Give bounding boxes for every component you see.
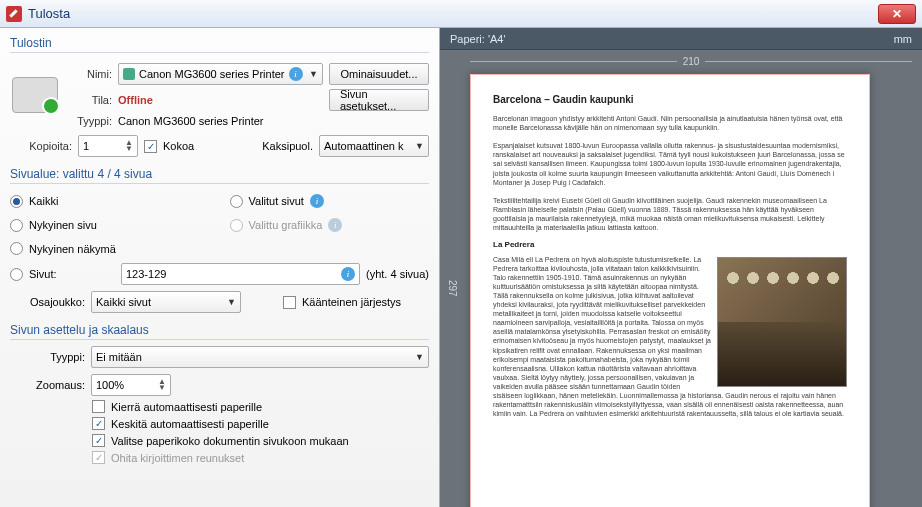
ignore-margins-label: Ohita kirjoittimen reunukset [111,452,244,464]
range-current-view-radio[interactable] [10,242,23,255]
info-icon[interactable]: i [341,267,355,281]
range-selected-pages-radio[interactable] [230,195,243,208]
duplex-label: Kaksipuol. [262,140,313,152]
spinner-arrows-icon[interactable]: ▲▼ [125,140,133,152]
type-value: Canon MG3600 series Printer [118,115,264,127]
range-current-page-label: Nykyinen sivu [29,219,97,231]
doc-p3: Tekstiilitehtailija kreivi Eusebi Güell … [493,196,847,232]
scaling-type-dropdown[interactable]: Ei mitään ▼ [91,346,429,368]
choose-paper-label: Valitse paperikoko dokumentin sivukoon m… [111,435,349,447]
scaling-section-title: Sivun asettelu ja skaalaus [10,323,429,340]
range-current-view-label: Nykyinen näkymä [29,243,116,255]
range-current-page-radio[interactable] [10,219,23,232]
printer-icon [12,77,58,113]
type-label: Tyyppi: [68,115,112,127]
auto-rotate-checkbox[interactable] [92,400,105,413]
range-section-title: Sivualue: valittu 4 / 4 sivua [10,167,429,184]
range-all-radio[interactable] [10,195,23,208]
choose-paper-checkbox[interactable] [92,434,105,447]
range-pages-value: 123-129 [126,268,166,280]
doc-h2: La Pedrera [493,240,847,250]
paper-label: Paperi: 'A4' [450,33,506,45]
mm-label: mm [894,33,912,45]
range-selected-graphic-label: Valittu grafiikka [249,219,323,231]
copies-spinner[interactable]: 1 ▲▼ [78,135,138,157]
range-pages-radio[interactable] [10,268,23,281]
zoom-value: 100% [96,379,124,391]
collate-checkbox[interactable] [144,140,157,153]
printer-name-dropdown[interactable]: Canon MG3600 series Printer i ▼ [118,63,323,85]
reverse-label: Käänteinen järjestys [302,296,401,308]
status-value: Offline [118,94,323,106]
copies-label: Kopioita: [10,140,72,152]
app-icon [6,6,22,22]
auto-rotate-label: Kierrä automaattisesti paperille [111,401,262,413]
reverse-checkbox[interactable] [283,296,296,309]
range-selected-pages-label: Valitut sivut [249,195,304,207]
info-icon: i [328,218,342,232]
window-title: Tulosta [28,6,70,21]
zoom-label: Zoomaus: [10,379,85,391]
subset-value: Kaikki sivut [96,296,151,308]
chevron-down-icon: ▼ [223,297,236,307]
spinner-arrows-icon[interactable]: ▲▼ [158,379,166,391]
preview-area: 210 297 Barcelona – Gaudin kaupunki Barc… [440,50,922,507]
chevron-down-icon: ▼ [411,352,424,362]
doc-p2: Espanjalaiset kutsuvat 1800-luvun Euroop… [493,141,847,186]
auto-center-label: Keskitä automaattisesti paperille [111,418,269,430]
range-selected-graphic-radio [230,219,243,232]
page-setup-button[interactable]: Sivun asetukset... [329,89,429,111]
chevron-down-icon: ▼ [411,141,424,151]
copies-value: 1 [83,140,89,152]
properties-button[interactable]: Ominaisuudet... [329,63,429,85]
printer-name-value: Canon MG3600 series Printer [139,68,285,80]
range-pages-label: Sivut: [29,268,69,280]
printer-status-icon [123,68,135,80]
doc-p1: Barcelonan imagoon yhdistyy arkkitehti A… [493,114,847,132]
status-label: Tila: [68,94,112,106]
duplex-dropdown[interactable]: Automaattinen k ▼ [319,135,429,157]
name-label: Nimi: [68,68,112,80]
page-preview: Barcelona – Gaudin kaupunki Barcelonan i… [470,74,870,507]
ruler-vertical: 297 [440,80,464,497]
doc-title: Barcelona – Gaudin kaupunki [493,93,847,106]
subset-dropdown[interactable]: Kaikki sivut ▼ [91,291,241,313]
ignore-margins-checkbox [92,451,105,464]
scaling-type-value: Ei mitään [96,351,142,363]
printer-section-title: Tulostin [10,36,429,53]
info-icon[interactable]: i [289,67,303,81]
range-all-label: Kaikki [29,195,58,207]
doc-image [717,257,847,387]
auto-center-checkbox[interactable] [92,417,105,430]
ruler-horizontal: 210 [470,50,912,72]
collate-label: Kokoa [163,140,194,152]
subset-label: Osajoukko: [10,296,85,308]
chevron-down-icon: ▼ [305,69,318,79]
range-pages-total: (yht. 4 sivua) [366,268,429,280]
duplex-value: Automaattinen k [324,140,404,152]
close-button[interactable]: ✕ [878,4,916,24]
scaling-type-label: Tyyppi: [10,351,85,363]
range-pages-input[interactable]: 123-129 i [121,263,360,285]
info-icon[interactable]: i [310,194,324,208]
zoom-spinner[interactable]: 100% ▲▼ [91,374,171,396]
